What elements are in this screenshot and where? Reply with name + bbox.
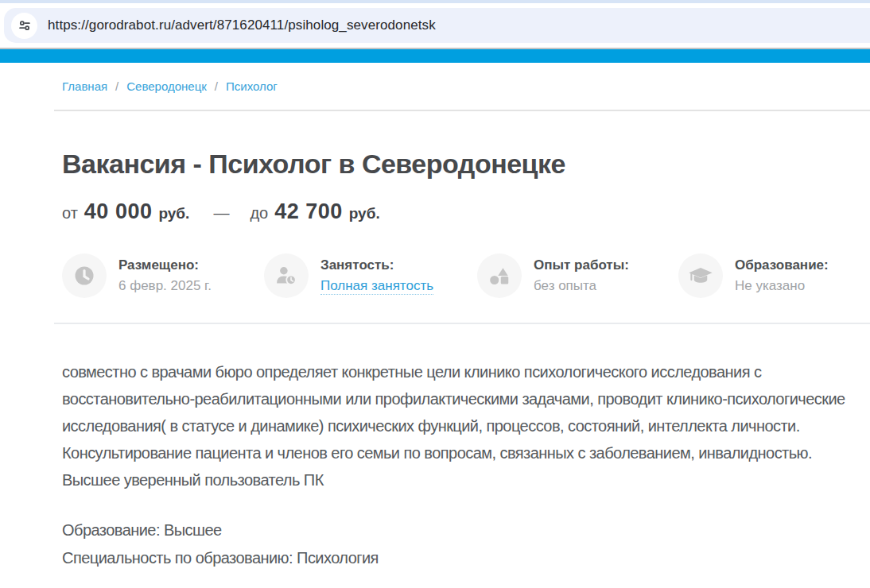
salary-from-value: 40 000: [84, 199, 153, 224]
tune-icon: [17, 17, 33, 33]
employment-link[interactable]: Полная занятость: [320, 278, 433, 295]
breadcrumb: Главная / Северодонецк / Психолог: [62, 79, 827, 93]
address-bar[interactable]: https://gorodrabot.ru/advert/871620411/p…: [4, 8, 870, 43]
attr-value: 6 февр. 2025 г.: [118, 275, 212, 296]
attr-education: Образование: Не указано: [678, 253, 829, 298]
education-block: Образование: Высшее Специальность по обр…: [62, 516, 827, 572]
salary-dash: —: [213, 204, 229, 222]
browser-chrome: https://gorodrabot.ru/advert/871620411/p…: [0, 0, 870, 63]
salary-to-value: 42 700: [274, 199, 343, 224]
attr-value: Полная занятость: [320, 275, 433, 296]
salary-from-currency: руб.: [158, 205, 189, 222]
page-title: Вакансия - Психолог в Северодонецке: [62, 149, 827, 180]
job-description: совместно с врачами бюро определяет конк…: [62, 358, 845, 493]
page-content: Главная / Северодонецк / Психолог Ваканс…: [0, 79, 870, 572]
salary-to-prefix: до: [250, 204, 268, 222]
attr-icon-circle: [62, 253, 107, 298]
url-text[interactable]: https://gorodrabot.ru/advert/871620411/p…: [48, 17, 436, 33]
divider: [54, 323, 870, 324]
attr-posted: Размещено: 6 февр. 2025 г.: [62, 253, 264, 298]
education-line: Образование: Высшее: [62, 516, 827, 544]
attr-employment: Занятость: Полная занятость: [264, 253, 477, 298]
job-attributes-row: Размещено: 6 февр. 2025 г. Занятость:: [62, 253, 827, 298]
browser-toolbar: https://gorodrabot.ru/advert/871620411/p…: [0, 3, 870, 48]
attr-experience: Опыт работы: без опыта: [477, 253, 678, 298]
person-clock-icon: [274, 264, 298, 288]
attr-label: Образование:: [735, 256, 829, 275]
attr-icon-circle: [477, 253, 522, 298]
attr-icon-circle: [264, 253, 309, 298]
divider: [54, 110, 870, 111]
salary-to-currency: руб.: [349, 205, 380, 222]
graduation-cap-icon: [688, 263, 713, 288]
attr-value: без опыта: [534, 275, 629, 296]
breadcrumb-separator: /: [115, 79, 118, 93]
salary-from-prefix: от: [62, 204, 78, 222]
attr-value: Не указано: [735, 275, 829, 296]
breadcrumb-link-profession[interactable]: Психолог: [226, 79, 278, 93]
shapes-icon: [487, 264, 511, 288]
attr-label: Опыт работы:: [534, 256, 629, 275]
clock-icon: [72, 264, 96, 288]
attr-label: Размещено:: [118, 256, 212, 275]
salary-row: от 40 000 руб. — до 42 700 руб.: [62, 199, 827, 224]
site-permissions-button[interactable]: [11, 13, 37, 39]
breadcrumb-link-home[interactable]: Главная: [62, 79, 107, 93]
attr-label: Занятость:: [320, 256, 433, 275]
breadcrumb-link-city[interactable]: Северодонецк: [126, 79, 207, 93]
breadcrumb-separator: /: [215, 79, 218, 93]
attr-icon-circle: [678, 253, 723, 298]
specialty-line: Специальность по образованию: Психология: [62, 544, 827, 572]
site-top-banner: [0, 49, 870, 63]
